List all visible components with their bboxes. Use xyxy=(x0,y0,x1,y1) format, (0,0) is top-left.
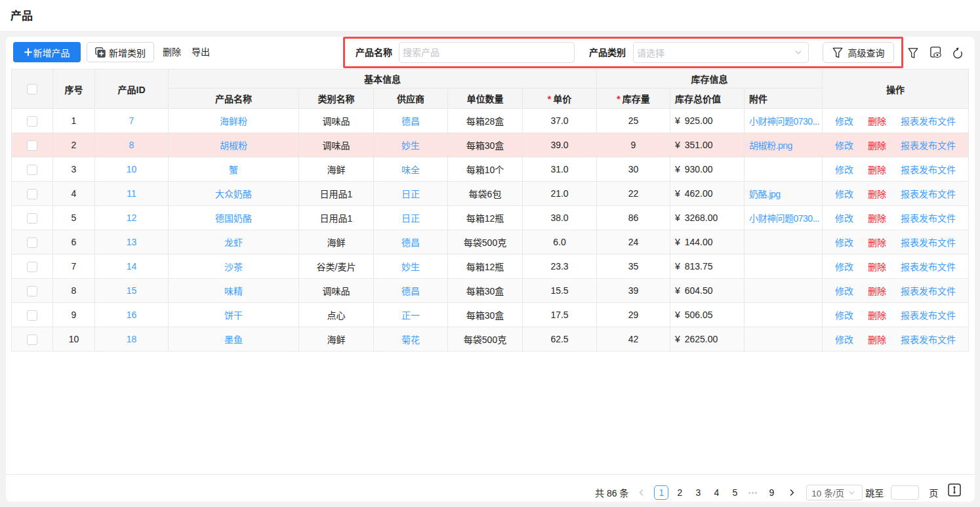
row-height-icon-button[interactable] xyxy=(948,483,961,497)
row-checkbox[interactable] xyxy=(27,262,37,272)
table-row[interactable]: 5 12 德国奶酪 日用品1 日正 每箱12瓶 38.0 86 ¥ 3268.0… xyxy=(12,206,969,230)
advanced-query-button[interactable]: 高级查询 xyxy=(823,42,894,63)
attachment-link[interactable]: 小财神问题0730... xyxy=(749,116,819,127)
table-row[interactable]: 10 18 墨鱼 海鲜 菊花 每袋500克 62.5 42 ¥ 2625.00 … xyxy=(12,327,969,352)
next-page-button[interactable] xyxy=(783,489,801,497)
row-checkbox[interactable] xyxy=(27,335,37,345)
row-checkbox[interactable] xyxy=(27,237,37,248)
report-publish-link[interactable]: 报表发布文件 xyxy=(901,213,956,224)
page-button-last[interactable]: 9 xyxy=(762,485,781,500)
product-name-link[interactable]: 墨鱼 xyxy=(224,335,243,345)
product-name-link[interactable]: 胡椒粉 xyxy=(220,140,247,151)
supplier-link[interactable]: 日正 xyxy=(401,189,420,199)
add-category-button[interactable]: 新增类别 xyxy=(87,42,154,62)
page-button-2[interactable]: 2 xyxy=(670,485,689,500)
row-checkbox[interactable] xyxy=(27,116,37,127)
product-id-link[interactable]: 18 xyxy=(127,334,137,344)
select-all-checkbox[interactable] xyxy=(27,84,37,94)
table-row[interactable]: 7 14 沙茶 谷类/麦片 妙生 每箱12瓶 23.3 35 ¥ 813.75 … xyxy=(12,254,969,279)
edit-link[interactable]: 修改 xyxy=(835,165,853,175)
row-checkbox[interactable] xyxy=(27,310,37,321)
edit-link[interactable]: 修改 xyxy=(835,237,853,248)
edit-link[interactable]: 修改 xyxy=(835,116,853,127)
delete-link[interactable]: 删除 xyxy=(868,116,886,127)
product-name-link[interactable]: 沙茶 xyxy=(224,262,243,272)
delete-link[interactable]: 删除 xyxy=(868,310,886,321)
delete-link[interactable]: 删除 xyxy=(868,286,886,296)
export-button[interactable]: 导出 xyxy=(192,42,210,62)
attachment-link[interactable]: 奶酪.jpg xyxy=(749,189,781,199)
delete-link[interactable]: 删除 xyxy=(868,335,886,345)
row-checkbox[interactable] xyxy=(27,140,37,151)
product-name-link[interactable]: 德国奶酪 xyxy=(215,213,252,224)
report-publish-link[interactable]: 报表发布文件 xyxy=(901,189,956,199)
page-button-5[interactable]: 5 xyxy=(725,485,744,500)
refresh-icon-button[interactable] xyxy=(951,47,963,58)
report-publish-link[interactable]: 报表发布文件 xyxy=(901,310,956,321)
table-row[interactable]: 3 10 蟹 海鲜 味全 每箱10个 31.0 30 ¥ 930.00 修改删除… xyxy=(12,157,969,182)
edit-link[interactable]: 修改 xyxy=(835,213,853,224)
supplier-link[interactable]: 妙生 xyxy=(401,262,420,272)
delete-link[interactable]: 删除 xyxy=(868,237,886,248)
filter-icon-button[interactable] xyxy=(907,47,919,58)
edit-link[interactable]: 修改 xyxy=(835,286,853,296)
edit-link[interactable]: 修改 xyxy=(835,189,853,199)
table-row[interactable]: 4 11 大众奶酪 日用品1 日正 每袋6包 21.0 22 ¥ 462.00 … xyxy=(12,182,969,206)
table-row[interactable]: 9 16 饼干 点心 正一 每箱30盒 17.5 29 ¥ 506.05 修改删… xyxy=(12,303,969,327)
product-name-link[interactable]: 饼干 xyxy=(224,310,243,321)
row-checkbox[interactable] xyxy=(27,286,37,296)
edit-link[interactable]: 修改 xyxy=(835,262,853,272)
page-button-3[interactable]: 3 xyxy=(689,485,707,500)
product-id-link[interactable]: 12 xyxy=(127,213,137,223)
product-id-link[interactable]: 14 xyxy=(127,261,137,272)
attachment-link[interactable]: 胡椒粉.png xyxy=(749,140,792,151)
supplier-link[interactable]: 正一 xyxy=(401,310,420,321)
product-id-link[interactable]: 8 xyxy=(129,140,134,150)
report-publish-link[interactable]: 报表发布文件 xyxy=(901,237,956,248)
delete-link[interactable]: 删除 xyxy=(868,189,886,199)
report-publish-link[interactable]: 报表发布文件 xyxy=(901,286,956,296)
row-checkbox[interactable] xyxy=(27,189,37,199)
report-publish-link[interactable]: 报表发布文件 xyxy=(901,262,956,272)
product-name-link[interactable]: 海鲜粉 xyxy=(220,116,247,127)
row-checkbox[interactable] xyxy=(27,213,37,224)
delete-link[interactable]: 删除 xyxy=(868,262,886,272)
edit-link[interactable]: 修改 xyxy=(835,310,853,321)
prev-page-button[interactable] xyxy=(636,489,647,497)
product-id-link[interactable]: 15 xyxy=(127,285,137,296)
add-product-button[interactable]: 新增产品 xyxy=(13,42,81,62)
supplier-link[interactable]: 妙生 xyxy=(401,140,420,151)
preview-columns-icon-button[interactable] xyxy=(929,47,941,58)
report-publish-link[interactable]: 报表发布文件 xyxy=(901,335,956,345)
product-name-input[interactable] xyxy=(399,42,575,63)
table-row[interactable]: 1 7 海鲜粉 调味品 德昌 每箱28盒 37.0 25 ¥ 925.00 小财… xyxy=(12,109,969,133)
page-button-1[interactable]: 1 xyxy=(652,485,670,500)
product-name-link[interactable]: 蟹 xyxy=(229,165,238,175)
delete-link[interactable]: 删除 xyxy=(868,140,886,151)
product-id-link[interactable]: 16 xyxy=(127,310,137,320)
row-checkbox[interactable] xyxy=(27,165,37,175)
report-publish-link[interactable]: 报表发布文件 xyxy=(901,140,956,151)
page-size-select[interactable]: 10 条/页 xyxy=(806,485,863,500)
table-row[interactable]: 6 13 龙虾 海鲜 德昌 每袋500克 6.0 24 ¥ 144.00 修改删… xyxy=(12,230,969,254)
product-id-link[interactable]: 10 xyxy=(127,164,137,174)
report-publish-link[interactable]: 报表发布文件 xyxy=(901,116,956,127)
delete-link[interactable]: 删除 xyxy=(868,213,886,224)
supplier-link[interactable]: 德昌 xyxy=(401,286,420,296)
delete-link[interactable]: 删除 xyxy=(868,165,886,175)
product-name-link[interactable]: 大众奶酪 xyxy=(215,189,252,199)
product-id-link[interactable]: 7 xyxy=(129,115,134,126)
search-product-field[interactable] xyxy=(403,47,568,58)
product-category-select[interactable]: 请选择 xyxy=(633,42,809,63)
supplier-link[interactable]: 德昌 xyxy=(401,237,420,248)
jump-page-input[interactable] xyxy=(891,485,919,500)
delete-button[interactable]: 删除 xyxy=(163,42,181,62)
page-button-4[interactable]: 4 xyxy=(707,485,725,500)
attachment-link[interactable]: 小财神问题0730... xyxy=(749,213,819,224)
table-row[interactable]: 2 8 胡椒粉 调味品 妙生 每箱30盒 39.0 9 ¥ 351.00 胡椒粉… xyxy=(12,133,969,157)
supplier-link[interactable]: 味全 xyxy=(401,165,420,175)
product-id-link[interactable]: 13 xyxy=(127,237,137,247)
report-publish-link[interactable]: 报表发布文件 xyxy=(901,165,956,175)
table-row[interactable]: 8 15 味精 调味品 德昌 每箱30盒 15.5 39 ¥ 604.50 修改… xyxy=(12,279,969,303)
product-id-link[interactable]: 11 xyxy=(127,188,136,199)
